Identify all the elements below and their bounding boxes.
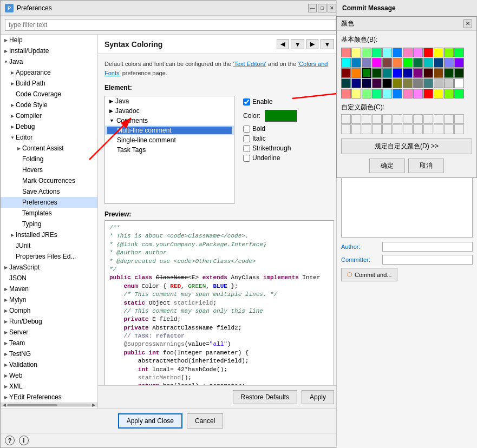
- sidebar-item-properties-files[interactable]: ▶ Properties Files Ed...: [1, 251, 97, 262]
- custom-color-cell[interactable]: [372, 114, 382, 124]
- color-box[interactable]: [265, 110, 297, 122]
- color-cell[interactable]: [372, 78, 382, 88]
- sidebar-item-mylyn[interactable]: ▶ Mylyn: [1, 294, 97, 305]
- custom-color-cell[interactable]: [423, 124, 433, 134]
- element-multiline-comment[interactable]: Multi-line comment: [105, 126, 234, 135]
- info-icon[interactable]: i: [19, 436, 29, 445]
- color-ok-button[interactable]: 确定: [369, 159, 405, 173]
- color-cell[interactable]: [393, 48, 402, 57]
- color-cell[interactable]: [454, 78, 464, 88]
- color-cell[interactable]: [454, 89, 464, 98]
- color-cell[interactable]: [393, 68, 402, 78]
- text-editors-link[interactable]: 'Text Editors': [233, 61, 266, 67]
- sidebar-item-code-coverage[interactable]: ▶ Code Coverage: [1, 89, 97, 100]
- italic-checkbox[interactable]: [243, 135, 250, 142]
- custom-color-cell[interactable]: [403, 124, 413, 134]
- sidebar-item-json[interactable]: JSON: [1, 273, 97, 284]
- custom-color-cell[interactable]: [413, 114, 423, 124]
- custom-color-cell[interactable]: [454, 124, 464, 134]
- color-dialog-close-button[interactable]: ✕: [463, 19, 472, 28]
- apply-button[interactable]: Apply: [302, 390, 334, 404]
- color-cell[interactable]: [403, 68, 413, 78]
- custom-color-cell[interactable]: [382, 114, 392, 124]
- sidebar-item-run-debug[interactable]: ▶ Run/Debug: [1, 316, 97, 327]
- color-cell[interactable]: [403, 78, 413, 88]
- color-cell[interactable]: [382, 68, 392, 78]
- sidebar-item-installed-jres[interactable]: ▶ Installed JREs: [1, 229, 97, 240]
- enable-checkbox[interactable]: [243, 98, 250, 106]
- color-cell[interactable]: [413, 78, 423, 88]
- color-cell[interactable]: [372, 89, 382, 98]
- sidebar-item-java[interactable]: ▼ Java: [1, 56, 97, 67]
- restore-defaults-button[interactable]: Restore Defaults: [233, 390, 297, 404]
- search-input[interactable]: [5, 19, 336, 31]
- sidebar-item-help[interactable]: ▶ Help: [1, 35, 97, 45]
- color-cell[interactable]: [341, 68, 351, 78]
- color-cell[interactable]: [444, 89, 454, 98]
- color-cell[interactable]: [362, 58, 371, 68]
- sidebar-item-compiler[interactable]: ▶ Compiler: [1, 110, 97, 121]
- color-cancel-button[interactable]: 取消: [408, 159, 444, 173]
- commit-button[interactable]: ⬡ Commit and...: [341, 268, 397, 281]
- color-cell[interactable]: [341, 78, 351, 88]
- sidebar-item-install-update[interactable]: ▶ Install/Update: [1, 45, 97, 56]
- sidebar-item-save-actions[interactable]: ▶ Save Actions: [1, 186, 97, 197]
- underline-label[interactable]: Underline: [252, 154, 280, 162]
- sidebar-item-yedit[interactable]: ▶ YEdit Preferences: [1, 392, 97, 403]
- help-icon[interactable]: ?: [5, 436, 15, 445]
- strikethrough-checkbox[interactable]: [243, 145, 250, 152]
- color-cell[interactable]: [413, 48, 423, 57]
- sidebar-item-appearance[interactable]: ▶ Appearance: [1, 67, 97, 78]
- color-cell[interactable]: [444, 48, 454, 57]
- sidebar-item-mark-occurrences[interactable]: ▶ Mark Occurrences: [1, 175, 97, 186]
- bold-checkbox[interactable]: [243, 126, 250, 133]
- nav-dropdown-button[interactable]: ▼: [291, 39, 304, 49]
- enable-label[interactable]: Enable: [252, 98, 272, 106]
- custom-color-cell[interactable]: [341, 114, 351, 124]
- sidebar-item-debug[interactable]: ▶ Debug: [1, 121, 97, 132]
- sidebar-item-templates[interactable]: ▶ Templates: [1, 208, 97, 219]
- sidebar-item-server[interactable]: ▶ Server: [1, 327, 97, 338]
- color-cell[interactable]: [413, 58, 423, 68]
- custom-color-cell[interactable]: [413, 124, 423, 134]
- color-cell[interactable]: [341, 48, 351, 57]
- color-cell[interactable]: [351, 48, 361, 57]
- color-cell[interactable]: [382, 58, 392, 68]
- custom-color-cell[interactable]: [444, 114, 454, 124]
- color-cell[interactable]: [444, 58, 454, 68]
- color-cell[interactable]: [423, 48, 433, 57]
- color-cell[interactable]: [454, 68, 464, 78]
- color-cell[interactable]: [454, 48, 464, 57]
- nav-back-button[interactable]: ◀: [277, 39, 289, 49]
- sidebar-item-typing[interactable]: ▶ Typing: [1, 219, 97, 229]
- color-cell[interactable]: [423, 78, 433, 88]
- custom-color-cell[interactable]: [444, 124, 454, 134]
- color-cell[interactable]: [372, 48, 382, 57]
- custom-color-cell[interactable]: [434, 124, 443, 134]
- sidebar-item-maven[interactable]: ▶ Maven: [1, 284, 97, 294]
- custom-color-cell[interactable]: [351, 124, 361, 134]
- maximize-button[interactable]: □: [318, 4, 326, 12]
- custom-color-cell[interactable]: [434, 114, 443, 124]
- color-cell[interactable]: [423, 68, 433, 78]
- sidebar-item-team[interactable]: ▶ Team: [1, 338, 97, 348]
- custom-color-cell[interactable]: [423, 114, 433, 124]
- sidebar-item-folding[interactable]: ▶ Folding: [1, 154, 97, 164]
- custom-color-cell[interactable]: [454, 114, 464, 124]
- color-cell[interactable]: [341, 89, 351, 98]
- custom-color-cell[interactable]: [393, 114, 402, 124]
- sidebar-item-validation[interactable]: ▶ Validation: [1, 359, 97, 370]
- bold-label[interactable]: Bold: [252, 125, 265, 133]
- italic-label[interactable]: Italic: [252, 135, 266, 142]
- color-cell[interactable]: [351, 58, 361, 68]
- define-custom-colors-button[interactable]: 规定自定义颜色(D) >>: [341, 139, 472, 154]
- color-cell[interactable]: [372, 58, 382, 68]
- author-input[interactable]: [382, 242, 473, 252]
- underline-checkbox[interactable]: [243, 155, 250, 162]
- color-cell[interactable]: [393, 58, 402, 68]
- color-cell[interactable]: [444, 78, 454, 88]
- sidebar-item-editor[interactable]: ▼ Editor: [1, 132, 97, 143]
- color-cell[interactable]: [393, 78, 402, 88]
- sidebar-item-build-path[interactable]: ▶ Build Path: [1, 78, 97, 89]
- strikethrough-label[interactable]: Strikethrough: [252, 144, 291, 152]
